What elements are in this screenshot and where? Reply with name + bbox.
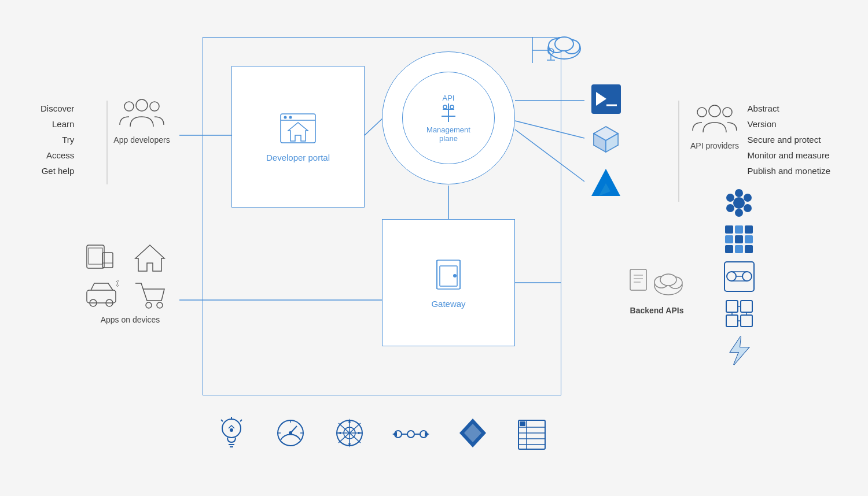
gateway-label: Gateway bbox=[431, 299, 465, 309]
action-secure: Secure and protect bbox=[748, 132, 830, 147]
network-boxes-icon bbox=[723, 224, 755, 256]
svg-point-43 bbox=[555, 37, 573, 51]
document-icon bbox=[628, 268, 651, 300]
svg-point-77 bbox=[727, 272, 736, 281]
api-providers-icon bbox=[692, 101, 738, 135]
app-developers-icon bbox=[119, 95, 165, 129]
diagram-container: Discover Learn Try Access Get help App d… bbox=[29, 11, 839, 485]
svg-point-63 bbox=[726, 194, 734, 202]
svg-point-57 bbox=[697, 108, 707, 117]
api-providers-label: API providers bbox=[680, 141, 749, 150]
car-icon bbox=[84, 279, 119, 310]
cloud-top-icon bbox=[544, 31, 584, 63]
lightning-icon bbox=[723, 335, 755, 367]
svg-point-56 bbox=[709, 105, 720, 117]
svg-point-24 bbox=[157, 302, 163, 308]
svg-point-34 bbox=[450, 105, 454, 109]
svg-point-39 bbox=[453, 274, 457, 277]
management-tools-icon bbox=[437, 102, 460, 123]
action-publish: Publish and monetize bbox=[748, 163, 830, 179]
hex-flower-icon bbox=[723, 187, 755, 219]
svg-rect-69 bbox=[745, 225, 753, 234]
svg-rect-92 bbox=[630, 269, 646, 290]
powershell-icon bbox=[590, 83, 622, 115]
svg-rect-73 bbox=[725, 245, 733, 253]
management-plane-label: Managementplane bbox=[426, 125, 470, 143]
svg-point-60 bbox=[733, 197, 745, 209]
svg-point-65 bbox=[726, 204, 734, 212]
left-actions-panel: Discover Learn Try Access Get help bbox=[41, 101, 74, 179]
distribution-icon bbox=[334, 416, 366, 453]
apps-devices-group: Apps on devices bbox=[84, 242, 176, 324]
right-actions-panel: Abstract Version Secure and protect Moni… bbox=[748, 101, 830, 179]
svg-rect-84 bbox=[726, 315, 738, 327]
backend-apis-label: Backend APIs bbox=[625, 306, 689, 315]
tablet-icon bbox=[84, 242, 119, 274]
svg-marker-122 bbox=[337, 432, 341, 434]
cloud-backend-icon bbox=[651, 268, 686, 300]
action-try: Try bbox=[41, 132, 74, 147]
svg-rect-70 bbox=[725, 235, 733, 243]
house-icon bbox=[133, 242, 167, 274]
svg-rect-67 bbox=[725, 225, 733, 234]
svg-rect-20 bbox=[87, 290, 116, 303]
svg-point-61 bbox=[735, 189, 743, 197]
left-divider bbox=[106, 101, 108, 184]
developer-portal-label: Developer portal bbox=[266, 153, 330, 162]
svg-rect-16 bbox=[89, 248, 102, 264]
app-developers-group: App developers bbox=[110, 95, 174, 145]
diamond-icon bbox=[457, 416, 489, 453]
action-abstract: Abstract bbox=[748, 101, 830, 116]
svg-rect-35 bbox=[437, 260, 460, 289]
svg-point-33 bbox=[443, 105, 447, 109]
svg-marker-19 bbox=[135, 245, 164, 271]
svg-point-12 bbox=[136, 99, 148, 111]
app-developers-label: App developers bbox=[110, 135, 174, 145]
azure-icon bbox=[590, 167, 622, 199]
action-discover: Discover bbox=[41, 101, 74, 116]
action-get-help: Get help bbox=[41, 163, 74, 179]
api-top-label: API bbox=[443, 94, 455, 102]
svg-rect-68 bbox=[735, 225, 743, 234]
api-group-icon bbox=[723, 261, 755, 293]
action-access: Access bbox=[41, 147, 74, 163]
svg-point-62 bbox=[735, 209, 743, 217]
bottom-icons-row bbox=[203, 416, 561, 453]
api-management-inner-circle: API Managementplane bbox=[402, 72, 495, 164]
svg-rect-82 bbox=[726, 301, 738, 312]
svg-rect-83 bbox=[741, 301, 752, 312]
api-providers-group: API providers bbox=[680, 101, 749, 150]
svg-point-78 bbox=[742, 272, 752, 281]
connection-icon bbox=[392, 416, 430, 453]
svg-rect-74 bbox=[735, 245, 743, 253]
svg-point-58 bbox=[723, 108, 732, 117]
svg-line-104 bbox=[221, 420, 223, 421]
svg-point-13 bbox=[124, 102, 134, 111]
svg-point-27 bbox=[284, 116, 287, 119]
svg-point-109 bbox=[289, 431, 292, 435]
developer-portal-box: Developer portal bbox=[231, 66, 365, 208]
action-learn: Learn bbox=[41, 116, 74, 132]
svg-rect-71 bbox=[735, 235, 743, 243]
svg-rect-85 bbox=[741, 315, 752, 327]
virtual-network-icon bbox=[723, 298, 755, 330]
gateway-icon bbox=[431, 257, 466, 292]
svg-point-14 bbox=[150, 102, 159, 111]
svg-point-28 bbox=[289, 116, 292, 119]
cube-icon bbox=[590, 124, 622, 156]
svg-rect-72 bbox=[745, 235, 753, 243]
svg-point-106 bbox=[230, 428, 233, 432]
lightbulb-icon bbox=[216, 416, 248, 453]
svg-marker-120 bbox=[358, 432, 362, 434]
gateway-box: Gateway bbox=[382, 219, 515, 346]
svg-point-23 bbox=[146, 302, 152, 308]
apps-devices-label: Apps on devices bbox=[84, 315, 176, 324]
cart-icon bbox=[133, 279, 167, 310]
svg-rect-75 bbox=[745, 245, 753, 253]
svg-point-66 bbox=[744, 204, 752, 212]
api-management-outer-circle: API Managementplane bbox=[382, 51, 515, 184]
action-version: Version bbox=[748, 116, 830, 132]
action-monitor: Monitor and measure bbox=[748, 147, 830, 163]
svg-rect-138 bbox=[520, 421, 525, 426]
table-icon bbox=[516, 416, 548, 453]
